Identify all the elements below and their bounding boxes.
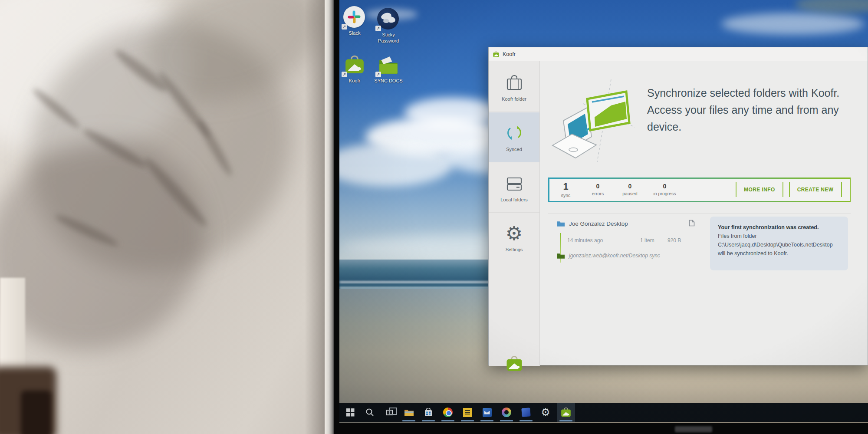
word-icon xyxy=(521,408,530,417)
laptop-logo xyxy=(675,426,712,432)
sidebar-item-label: Settings xyxy=(506,247,523,252)
taskbar-sticky-notes[interactable] xyxy=(458,403,477,422)
synced-panel: Synchronize selected folders with Koofr.… xyxy=(540,61,868,366)
microsoft-store-icon xyxy=(424,408,433,417)
search-icon xyxy=(365,408,375,417)
sync-remote-path: jgonzalez.web@koofr.net/Desktop sync xyxy=(569,253,660,259)
sidebar-item-label: Koofr folder xyxy=(502,96,526,102)
koofr-logo-icon xyxy=(505,355,523,373)
shortcut-arrow-icon xyxy=(342,72,347,77)
shortcut-arrow-icon xyxy=(342,24,347,30)
sync-last-time: 14 minutes ago xyxy=(567,237,603,243)
file-explorer-icon xyxy=(404,408,414,417)
windows-logo-icon xyxy=(346,408,355,417)
notification-path: C:\Users\jacq.d\Desktop\QubeTools.netDes… xyxy=(718,240,840,249)
koofr-icon xyxy=(560,407,572,418)
suitcase-icon xyxy=(504,72,524,92)
sidebar-item-label: Local folders xyxy=(500,197,527,202)
sidebar-item-local-folders[interactable]: Local folders xyxy=(489,163,539,213)
stat-syncs: 1 sync xyxy=(557,181,575,198)
task-view-button[interactable] xyxy=(380,403,398,422)
desktop-icon-label: Slack xyxy=(339,30,371,36)
photo-of-laptop: Slack Sticky Password Koofr xyxy=(0,0,868,434)
sticky-notes-icon xyxy=(463,408,472,417)
notification-line: Files from folder xyxy=(718,232,840,240)
sync-item-count: 1 item xyxy=(640,237,654,243)
taskbar-chrome[interactable] xyxy=(439,403,457,422)
taskbar-microsoft-store[interactable] xyxy=(419,403,437,422)
taskbar-search[interactable] xyxy=(361,403,379,422)
notification-line: will be synchronized to Koofr. xyxy=(718,249,840,258)
taskbar-mail[interactable] xyxy=(478,403,496,422)
blue-folder-icon xyxy=(557,220,565,227)
desktop-icon-koofr[interactable]: Koofr xyxy=(339,54,371,84)
notification-panel: Your first synchronization was created. … xyxy=(710,217,848,270)
desktop-icon-label: SYNC DOCS xyxy=(372,78,404,84)
taskbar-koofr[interactable] xyxy=(557,403,575,422)
drive-icon xyxy=(504,173,524,193)
sidebar-item-label: Synced xyxy=(506,147,522,152)
taskbar-photos[interactable] xyxy=(497,403,516,422)
foreground-object xyxy=(21,391,51,434)
start-button[interactable] xyxy=(341,403,359,422)
shortcut-arrow-icon xyxy=(375,26,381,31)
photos-icon xyxy=(502,408,511,417)
koofr-folder-icon xyxy=(557,252,565,259)
sync-size: 920 B xyxy=(667,237,681,243)
shortcut-arrow-icon xyxy=(375,72,381,77)
mail-icon xyxy=(483,408,492,417)
stat-paused: 0 paused xyxy=(621,183,639,196)
flip-card-icon[interactable] xyxy=(688,219,696,227)
sidebar: Koofr folder Synced xyxy=(489,61,540,366)
task-view-icon xyxy=(386,410,393,415)
stat-errors: 0 errors xyxy=(589,183,607,196)
sync-icon xyxy=(504,123,524,143)
wall-background xyxy=(0,0,325,434)
desktop-icon-sticky-password[interactable]: Sticky Password xyxy=(372,8,404,44)
stat-in-progress: 0 in progress xyxy=(654,183,676,196)
koofr-window: Koofr Koofr folder xyxy=(488,47,868,365)
taskbar-settings[interactable] xyxy=(536,403,555,422)
window-title: Koofr xyxy=(503,51,516,57)
sidebar-item-koofr-folder[interactable]: Koofr folder xyxy=(489,62,539,112)
taskbar xyxy=(339,403,868,422)
sync-item-card[interactable]: Joe Gonzalez Desktop 14 minutes ago 1 it… xyxy=(548,219,705,267)
sync-name: Joe Gonzalez Desktop xyxy=(569,220,628,227)
desktop-icon-slack[interactable]: Slack xyxy=(339,6,371,36)
stats-bar: 1 sync 0 errors 0 paused 0 xyxy=(548,178,851,202)
sync-illustration xyxy=(546,75,635,167)
taskbar-file-explorer[interactable] xyxy=(400,403,418,422)
sidebar-item-synced[interactable]: Synced xyxy=(489,112,539,162)
koofr-app-icon xyxy=(493,51,500,58)
taskbar-word[interactable] xyxy=(517,403,535,422)
gear-icon xyxy=(506,224,523,243)
window-titlebar[interactable]: Koofr xyxy=(489,47,868,61)
laptop-edge xyxy=(325,0,334,434)
notification-title: Your first synchronization was created. xyxy=(718,223,840,232)
laptop-screen: Slack Sticky Password Koofr xyxy=(339,0,868,423)
desktop-icon-label: Koofr xyxy=(339,78,371,84)
gear-icon xyxy=(541,407,550,418)
create-new-button[interactable]: CREATE NEW xyxy=(796,187,835,193)
desktop-icon-sync-docs-folder[interactable]: SYNC DOCS xyxy=(372,54,404,84)
sidebar-item-settings[interactable]: Settings xyxy=(489,213,539,263)
more-info-button[interactable]: MORE INFO xyxy=(742,187,777,193)
chrome-icon xyxy=(443,408,453,417)
desktop-icon-label: Sticky Password xyxy=(372,32,404,44)
panel-heading: Synchronize selected folders with Koofr.… xyxy=(647,85,861,135)
